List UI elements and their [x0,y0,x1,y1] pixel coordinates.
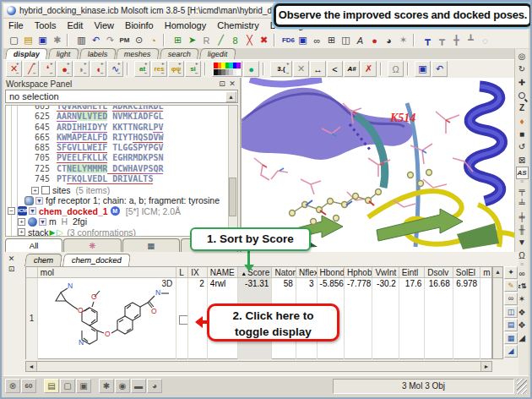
close-panel-icon[interactable]: ✕ [227,79,237,88]
settings-gear-icon[interactable]: ✱ [50,34,64,47]
select-box-icon[interactable]: ■ [516,128,529,140]
sphere-tool-icon[interactable]: ◕ [147,379,162,393]
open-folder-icon[interactable]: ▤ [21,34,35,47]
collapse-icon[interactable]: − [8,207,15,215]
dropdown-icon[interactable]: ▼ [39,218,46,226]
col-partial[interactable]: m [480,267,491,277]
dropdown-icon[interactable]: ▼ [35,197,43,205]
float-table-icon[interactable]: ⊡ [7,265,16,274]
slab-front-icon[interactable]: ╤ [516,184,529,197]
tab-chem-docked[interactable]: chem_docked [62,254,131,266]
close-table-icon[interactable]: ✕ [7,254,16,264]
sequence-row[interactable]: 645ARDIHHIDYY KKTTNGRLPV [6,123,227,133]
new-file-icon[interactable]: ▢ [7,34,21,47]
display-checkbox[interactable] [179,315,188,325]
tab-all[interactable]: All [5,238,62,252]
delete-icon[interactable]: ✖ [257,34,271,47]
distance-measure-icon[interactable]: ↔ [310,61,326,77]
dropdown-icon[interactable]: ▼ [29,207,36,215]
residue-label-icon[interactable]: res+− [151,61,167,77]
col-name[interactable]: NAME [208,267,238,277]
clip-auto-icon[interactable]: ◌ [478,34,492,47]
tab-selection[interactable]: ❋ [63,238,121,252]
cpk-sphere-icon[interactable]: ●+− [57,61,73,77]
table-vscrollbar[interactable]: ▲ [492,266,503,359]
variable-label-icon[interactable]: φψ+− [168,61,184,77]
picture-mode-icon[interactable]: PM [117,34,132,47]
omega-icon[interactable]: Ω [388,61,404,77]
col-natom[interactable]: Natom [272,267,296,277]
3d-viewport[interactable]: K514 [242,78,518,252]
clear-selection-icon[interactable]: ⊠ [516,153,529,166]
lasso-icon[interactable]: ↺ [516,140,529,153]
col-dsolv[interactable]: Dsolv [425,267,453,277]
wireframe-icon[interactable]: ✕+− [6,61,22,77]
sequence-row[interactable]: 705PVEELFKLLK EGHRMDKPSN [6,153,227,163]
paste-icon[interactable]: ▥ [74,34,89,47]
site-label-icon[interactable]: si+− [185,61,201,77]
table-hscrollbar[interactable]: ◄ ► [25,361,492,372]
mol-cell[interactable]: 3D [38,278,176,359]
delete-label-icon[interactable]: ✗ [361,61,377,77]
color-palette-icon[interactable] [212,61,242,77]
clip-back-icon[interactable]: ┳ [435,34,449,47]
tree-item-receptor[interactable]: ▼ fgf receptor 1; chain: a, b; fragment:… [6,195,227,205]
angle-measure-icon[interactable]: < [327,61,343,77]
col-nflex[interactable]: Nflex [296,267,318,277]
menu-tools[interactable]: Tools [35,20,57,30]
tab-meshes[interactable]: meshes [116,48,159,59]
label-tool-icon[interactable]: A# [344,61,360,77]
as-graphic-icon[interactable]: AS [516,167,529,179]
binoculars-icon[interactable]: ∞ [310,34,324,47]
undo-view-icon[interactable]: ↶ [432,61,448,77]
edit-row-icon[interactable]: ✎ [504,280,518,292]
menu-view[interactable]: View [94,20,114,30]
r-group-icon[interactable]: R [199,34,214,47]
tab-ligedit[interactable]: ligedit [199,48,236,59]
sequence-row[interactable]: 605TQVARGMEYL ADRRCIHRDL [6,105,227,112]
save-image-icon[interactable]: ▣ [415,61,431,77]
movie-icon[interactable]: ▬ [131,379,146,393]
col-hbond[interactable]: Hbond [318,267,345,277]
slab-both-icon[interactable]: ╪ [516,210,529,223]
sequence-row[interactable]: 665KWMAPEALFD RIYTHQSDVW [6,133,227,143]
atom-label-icon[interactable]: at+− [134,61,150,77]
gear-icon[interactable]: ✱ [99,379,114,393]
redo-icon[interactable]: ↷ [103,34,117,47]
col-mol[interactable]: mol [38,267,176,277]
slab-back-icon[interactable]: ╧ [516,197,529,210]
clip-slab-icon[interactable]: ╋ [449,34,464,47]
translate-icon[interactable]: ✚ [516,76,529,89]
display-toggle-cell[interactable] [176,278,188,359]
delete-bond-icon[interactable]: ╳ [242,34,257,47]
tab-search[interactable]: search [160,48,199,59]
compass-icon[interactable]: ◔ [146,34,160,47]
menu-chemistry[interactable]: Chemistry [217,20,259,30]
tab-labels[interactable]: labels [79,48,116,59]
menu-bioinfo[interactable]: Bioinfo [125,20,154,30]
col-vwint[interactable]: VwInt [372,267,399,277]
number-spinner[interactable]: 3.(+− [270,61,292,77]
tab-display[interactable]: display [5,48,48,59]
depth-fade-icon[interactable]: ▼ [516,236,529,249]
select-tool-icon[interactable]: ➤ [185,34,199,47]
col-ix[interactable]: IX [188,267,208,277]
col-l[interactable]: L [176,267,188,277]
filter-icon[interactable]: ◫ [504,306,518,319]
terminal-icon[interactable]: ▣ [76,379,91,393]
window-icon[interactable]: ▢ [60,379,75,393]
menu-file[interactable]: File [8,20,24,30]
scroll-right-icon[interactable]: ► [480,362,491,371]
tab-light[interactable]: light [48,48,79,59]
add-table-icon[interactable]: ⊞ [171,34,185,47]
resize-grip[interactable] [517,379,527,394]
sequence-row[interactable]: 685SFGVLLWEIF TLGGSPYPGV [6,143,227,153]
sequence-row[interactable]: 745PTFKQLVEDL DRIVALTS [6,174,227,184]
search-globe-icon[interactable]: ⊙ [132,34,146,47]
expand-icon[interactable]: + [18,218,25,226]
cascade-windows-icon[interactable]: ◫ [339,34,353,47]
center-pick-icon[interactable]: ♦ [516,114,529,127]
scroll-left-icon[interactable]: ◄ [26,362,37,371]
tree-item-chem-docked[interactable]: −ICM▼ chem_docked_1 M [5*] ICM; 2.0Å [6,206,227,216]
fd6-icon[interactable]: FD6 [281,34,296,47]
